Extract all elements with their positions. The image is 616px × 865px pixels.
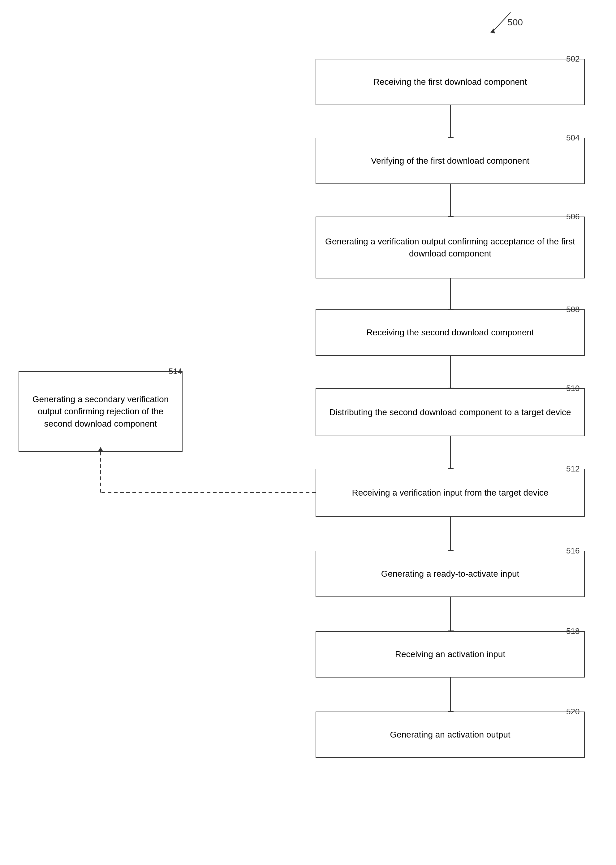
node-508-label: 508 bbox=[566, 305, 580, 314]
node-518-label: 518 bbox=[566, 626, 580, 636]
node-510-text: Distributing the second download compone… bbox=[329, 406, 571, 418]
node-520-text: Generating an activation output bbox=[390, 728, 510, 741]
node-510: Distributing the second download compone… bbox=[316, 388, 585, 436]
diagram-container: 500 Receiving the first download compone… bbox=[0, 0, 616, 865]
node-504: Verifying of the first download componen… bbox=[316, 138, 585, 184]
node-506-text: Generating a verification output confirm… bbox=[323, 235, 577, 259]
node-512: Receiving a verification input from the … bbox=[316, 469, 585, 516]
node-512-text: Receiving a verification input from the … bbox=[352, 487, 548, 499]
node-508-text: Receiving the second download component bbox=[366, 327, 534, 338]
arrow-512-516 bbox=[450, 516, 451, 551]
title-arrow bbox=[479, 9, 517, 37]
node-520: Generating an activation output bbox=[316, 711, 585, 758]
arrow-508-510 bbox=[450, 356, 451, 388]
svg-line-0 bbox=[492, 13, 511, 33]
node-516-text: Generating a ready-to-activate input bbox=[381, 568, 520, 580]
node-516: Generating a ready-to-activate input bbox=[316, 551, 585, 597]
node-516-label: 516 bbox=[566, 546, 580, 556]
node-504-label: 504 bbox=[566, 133, 580, 143]
arrow-518-520 bbox=[450, 678, 451, 711]
arrow-516-518 bbox=[450, 597, 451, 631]
node-520-label: 520 bbox=[566, 707, 580, 716]
node-514-label: 514 bbox=[169, 367, 182, 376]
node-502: Receiving the first download component bbox=[316, 59, 585, 105]
node-518-text: Receiving an activation input bbox=[395, 648, 505, 660]
svg-marker-1 bbox=[490, 28, 495, 33]
node-502-label: 502 bbox=[566, 54, 580, 64]
node-502-text: Receiving the first download component bbox=[374, 76, 527, 88]
arrow-502-504 bbox=[450, 105, 451, 138]
arrow-504-506 bbox=[450, 184, 451, 217]
node-514-text: Generating a secondary verification outp… bbox=[26, 393, 175, 430]
node-512-label: 512 bbox=[566, 464, 580, 474]
arrow-506-508 bbox=[450, 278, 451, 309]
node-518: Receiving an activation input bbox=[316, 631, 585, 678]
node-504-text: Verifying of the first download componen… bbox=[371, 155, 530, 167]
node-514: Generating a secondary verification outp… bbox=[19, 371, 182, 452]
arrow-510-512 bbox=[450, 436, 451, 469]
node-506-label: 506 bbox=[566, 212, 580, 221]
node-510-label: 510 bbox=[566, 384, 580, 393]
node-506: Generating a verification output confirm… bbox=[316, 217, 585, 278]
node-508: Receiving the second download component bbox=[316, 309, 585, 356]
